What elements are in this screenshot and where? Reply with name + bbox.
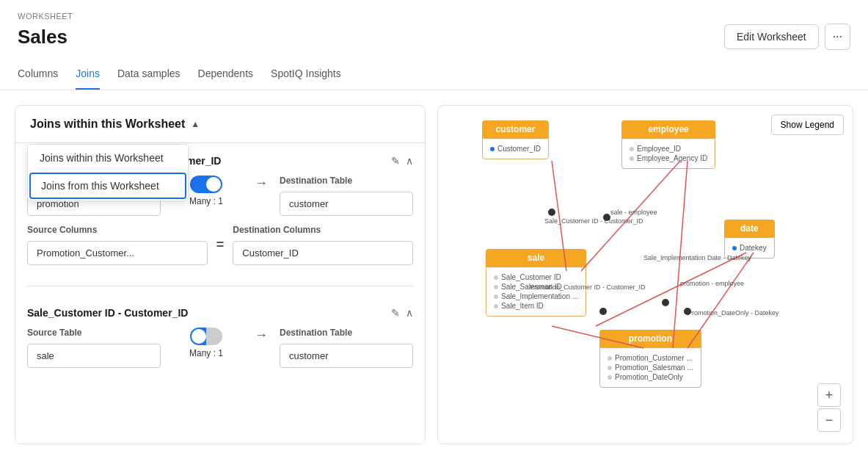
field-label: Customer_ID [497,145,541,153]
zoom-out-button[interactable]: − [817,408,841,432]
join-2-dest-label: Destination Table [280,328,413,338]
join-2-dest-col: Destination Table customer [280,328,413,368]
zoom-controls: + − [817,383,841,432]
field-dot [608,356,612,361]
svg-point-15 [662,299,669,306]
collapse-join-2-button[interactable]: ∧ [406,307,413,319]
panel-header: Joins within this Worksheet ▲ Joins with… [15,106,425,143]
join-1-dest-col: Destination Table customer [280,176,413,216]
tab-spotiq[interactable]: SpotIQ Insights [271,62,341,90]
field-dot [608,375,612,380]
node-employee-field-2: Employee_Agency ID [630,154,707,162]
dropdown-item-within[interactable]: Joins within this Worksheet [28,145,188,171]
edit-join-1-button[interactable]: ✎ [391,155,400,167]
node-customer-header: customer [482,120,549,138]
join-1-toggle[interactable] [190,176,222,193]
join-card-1-actions: ✎ ∧ [391,155,413,167]
join-2-tables-row: Source Table sale Many : 1 → Destination… [27,328,413,368]
node-promotion-field-2: Promotion_Salesman ... [608,364,693,372]
tab-dependents[interactable]: Dependents [198,62,254,90]
node-promotion-body: Promotion_Customer ... Promotion_Salesma… [599,347,701,388]
svg-text:promotion - employee: promotion - employee [680,280,744,287]
field-label: Datekey [740,244,767,252]
field-dot [630,147,634,151]
field-dot [608,366,612,370]
field-dot [490,147,495,151]
tabs-nav: Columns Joins Data samples Dependents Sp… [18,62,850,90]
svg-line-1 [581,161,680,271]
svg-line-3 [673,161,688,348]
joins-panel: Joins within this Worksheet ▲ Joins with… [15,105,426,444]
join-card-2-header: Sale_Customer ID - Customer_ID ✎ ∧ [27,307,413,319]
node-date[interactable]: date Datekey [724,220,775,259]
header: WORKSHEET Sales Edit Worksheet ··· Colum… [0,0,868,90]
join-type-dropdown: Joins within this Worksheet Joins from t… [27,144,189,201]
dropdown-item-from[interactable]: Joins from this Worksheet [29,173,186,199]
node-sale-header: sale [486,249,586,267]
node-sale-body: Sale_Customer ID Sale_Salesman ID Sale_I… [486,267,586,317]
node-customer-field-1: Customer_ID [490,145,541,153]
join-1-columns-row: Source Columns Promotion_Customer... = D… [27,225,413,265]
join-card-2-title: Sale_Customer ID - Customer_ID [27,307,188,319]
graph-canvas[interactable]: Show Legend Sale_Customer ID [438,106,853,444]
node-employee-header: employee [621,120,715,138]
join-2-source-table: sale [27,344,161,368]
join-2-toggle[interactable] [190,328,222,345]
edit-join-2-button[interactable]: ✎ [391,307,400,319]
field-dot [630,156,634,161]
join-1-type: Many : 1 [189,196,223,206]
edit-worksheet-button[interactable]: Edit Worksheet [724,24,819,49]
field-label: Promotion_Salesman ... [615,364,693,372]
show-legend-button[interactable]: Show Legend [771,115,844,135]
svg-text:Promotion_DateOnly - Datekey: Promotion_DateOnly - Datekey [688,309,779,317]
field-label: Promotion_Customer ... [615,354,693,362]
field-label: Employee_ID [637,145,681,153]
tab-data-samples[interactable]: Data samples [117,62,180,90]
node-promotion-field-3: Promotion_DateOnly [608,373,693,381]
join-1-src-cols-label: Source Columns [27,225,208,235]
tab-joins[interactable]: Joins [76,62,100,90]
join-1-src-col-box: Promotion_Customer... [27,241,208,265]
node-promotion[interactable]: promotion Promotion_Customer ... Promoti… [599,330,701,388]
field-dot [494,285,498,289]
node-date-header: date [724,220,775,237]
tab-columns[interactable]: Columns [18,62,58,90]
join-1-dest-label: Destination Table [280,176,413,186]
join-2-source-label: Source Table [27,328,161,338]
chevron-icon[interactable]: ▲ [191,119,200,129]
node-date-field-1: Datekey [732,244,767,252]
join-2-type: Many : 1 [189,348,223,358]
collapse-join-1-button[interactable]: ∧ [406,155,413,167]
svg-point-12 [548,209,555,216]
join-divider [27,286,413,286]
field-label: Sale_Salesman ID [501,283,562,291]
join-card-2-actions: ✎ ∧ [391,307,413,319]
field-dot [494,294,498,299]
graph-panel: Show Legend Sale_Customer ID [437,105,853,444]
join-1-dst-cols-label: Destination Columns [233,225,413,235]
panel-title-row: Joins within this Worksheet ▲ [30,118,410,131]
field-dot [494,275,498,280]
node-employee[interactable]: employee Employee_ID Employee_Agency ID [621,120,715,169]
more-options-button[interactable]: ··· [825,24,850,50]
node-customer[interactable]: customer Customer_ID [482,120,549,159]
field-dot [494,304,498,308]
field-dot [732,246,737,250]
join-1-dst-col-box: Customer_ID [233,241,413,265]
app-container: WORKSHEET Sales Edit Worksheet ··· Colum… [0,0,868,459]
field-label: Promotion_DateOnly [615,373,683,381]
join-2-middle: Many : 1 [169,328,243,358]
node-sale-field-2: Sale_Salesman ID [494,283,578,291]
svg-text:sale - employee: sale - employee [610,209,657,216]
header-actions: Edit Worksheet ··· [724,24,850,50]
node-sale[interactable]: sale Sale_Customer ID Sale_Salesman ID [486,249,586,317]
zoom-in-button[interactable]: + [817,383,841,407]
join-2-source-col: Source Table sale [27,328,161,368]
page-title: Sales [18,26,68,48]
join-card-2: Sale_Customer ID - Customer_ID ✎ ∧ Sourc… [27,307,413,368]
svg-point-13 [603,214,610,221]
panel-title: Joins within this Worksheet [30,118,185,131]
field-label: Sale_Customer ID [501,273,561,281]
join-1-arrow: → [255,176,268,191]
main-content: Joins within this Worksheet ▲ Joins with… [0,90,868,459]
